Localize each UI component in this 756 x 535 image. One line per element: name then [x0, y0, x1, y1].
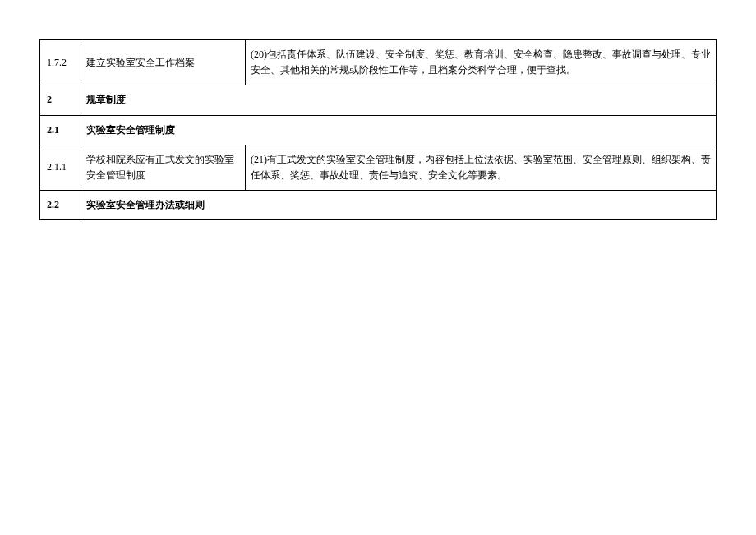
row-id: 2 [40, 85, 81, 115]
row-title: 建立实验室安全工作档案 [81, 40, 246, 85]
row-title: 学校和院系应有正式发文的实验室安全管理制度 [81, 145, 246, 190]
safety-table: 1.7.2建立实验室安全工作档案(20)包括责任体系、队伍建设、安全制度、奖惩、… [39, 39, 717, 220]
row-id: 2.1 [40, 115, 81, 145]
table-row: 2.1.1学校和院系应有正式发文的实验室安全管理制度(21)有正式发文的实验室安… [40, 145, 717, 190]
row-id: 2.2 [40, 191, 81, 220]
row-title: 实验室安全管理办法或细则 [81, 191, 717, 220]
table-row: 2.2实验室安全管理办法或细则 [40, 191, 717, 220]
table-row: 2规章制度 [40, 85, 717, 115]
table-row: 1.7.2建立实验室安全工作档案(20)包括责任体系、队伍建设、安全制度、奖惩、… [40, 40, 717, 85]
document-page: 1.7.2建立实验室安全工作档案(20)包括责任体系、队伍建设、安全制度、奖惩、… [0, 0, 756, 535]
row-desc: (21)有正式发文的实验室安全管理制度，内容包括上位法依据、实验室范围、安全管理… [246, 145, 717, 190]
row-title: 实验室安全管理制度 [81, 115, 717, 145]
row-title: 规章制度 [81, 85, 717, 115]
table-row: 2.1实验室安全管理制度 [40, 115, 717, 145]
row-desc: (20)包括责任体系、队伍建设、安全制度、奖惩、教育培训、安全检查、隐患整改、事… [246, 40, 717, 85]
row-id: 1.7.2 [40, 40, 81, 85]
row-id: 2.1.1 [40, 145, 81, 190]
